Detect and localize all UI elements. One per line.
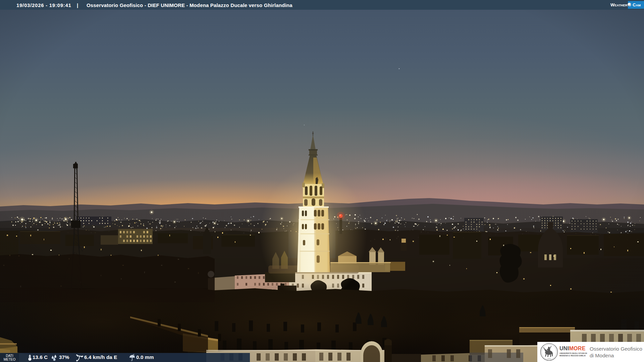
svg-text:1175: 1175: [548, 358, 551, 359]
